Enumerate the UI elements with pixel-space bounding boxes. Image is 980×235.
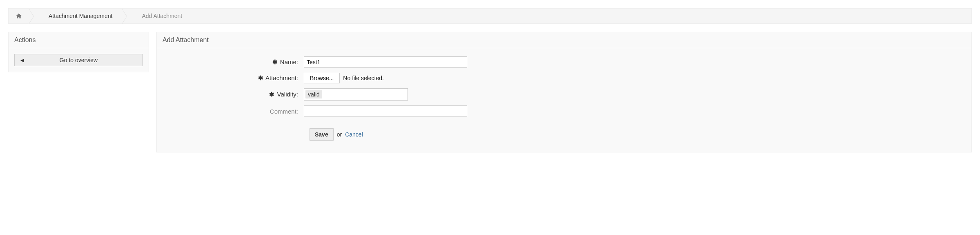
required-icon: ✱ bbox=[269, 91, 274, 98]
validity-tag: valid bbox=[305, 90, 322, 98]
caret-left-icon: ◀ bbox=[20, 58, 24, 63]
breadcrumb-management[interactable]: Attachment Management bbox=[37, 9, 122, 23]
cancel-link[interactable]: Cancel bbox=[345, 131, 363, 138]
save-button[interactable]: Save bbox=[310, 128, 334, 141]
browse-button[interactable]: Browse... bbox=[304, 73, 340, 83]
actions-panel: Actions ◀ Go to overview bbox=[8, 32, 149, 72]
or-text: or bbox=[337, 131, 342, 138]
chevron-right-icon bbox=[29, 9, 37, 23]
chevron-right-icon bbox=[122, 9, 130, 23]
breadcrumb: Attachment Management Add Attachment bbox=[8, 8, 972, 24]
row-comment: Comment: bbox=[165, 105, 963, 117]
comment-label: Comment: bbox=[165, 108, 304, 115]
comment-input[interactable] bbox=[304, 105, 467, 117]
go-to-overview-button[interactable]: ◀ Go to overview bbox=[14, 54, 143, 66]
add-attachment-panel: Add Attachment ✱ Name: ✱ Attachment: Bro… bbox=[156, 32, 972, 152]
required-icon: ✱ bbox=[258, 74, 263, 81]
row-validity: ✱ Validity: valid bbox=[165, 88, 963, 101]
breadcrumb-current: Add Attachment bbox=[130, 9, 192, 23]
row-name: ✱ Name: bbox=[165, 56, 963, 68]
breadcrumb-home[interactable] bbox=[9, 9, 29, 23]
panel-title: Add Attachment bbox=[157, 32, 971, 48]
name-label: ✱ Name: bbox=[165, 58, 304, 66]
form-actions: Save or Cancel bbox=[310, 128, 963, 141]
validity-input[interactable]: valid bbox=[304, 88, 408, 101]
actions-title: Actions bbox=[9, 32, 149, 48]
name-input[interactable] bbox=[304, 56, 467, 68]
attachment-label: ✱ Attachment: bbox=[165, 74, 304, 82]
row-attachment: ✱ Attachment: Browse... No file selected… bbox=[165, 73, 963, 83]
required-icon: ✱ bbox=[272, 58, 278, 65]
validity-label: ✱ Validity: bbox=[165, 91, 304, 98]
go-to-overview-label: Go to overview bbox=[60, 57, 98, 63]
home-icon bbox=[15, 13, 22, 19]
file-status-text: No file selected. bbox=[343, 75, 384, 81]
